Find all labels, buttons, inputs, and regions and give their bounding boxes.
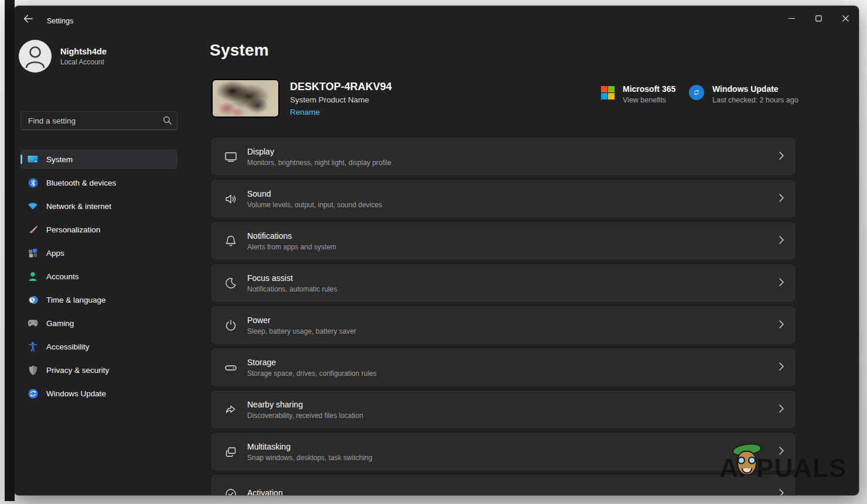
sidebar-item-accessibility[interactable]: Accessibility [21,337,178,356]
rename-link[interactable]: Rename [290,108,320,116]
card-title: Activation [247,488,283,496]
accounts-icon [28,271,38,282]
profile-name: Nightsh4de [60,47,107,56]
sidebar-item-bluetooth-devices[interactable]: Bluetooth & devices [21,173,178,193]
sound-icon [224,192,238,206]
sidebar-item-time-language[interactable]: Time & language [21,290,178,310]
card-activation[interactable]: Activation [211,475,795,495]
sidebar-item-network-internet[interactable]: Network & internet [21,196,178,216]
selected-indicator [21,155,22,164]
chevron-right-icon [779,278,784,289]
shield-icon [28,365,38,375]
power-icon [224,318,238,332]
settings-window: Settings Nightsh4de Local Acc [14,6,859,495]
card-title: Multitasking [247,442,372,451]
window-controls [778,6,859,30]
maximize-button[interactable] [805,6,832,30]
sidebar-item-windows-update[interactable]: Windows Update [21,383,178,403]
sidebar-item-label: System [46,155,73,164]
sidebar-item-label: Accessibility [46,342,90,351]
card-title: Storage [247,358,377,367]
chevron-right-icon [779,489,784,496]
card-title: Nearby sharing [247,400,363,409]
card-subtitle: Sleep, battery usage, battery saver [247,327,356,335]
card-title: Power [247,316,356,325]
chevron-right-icon [779,236,784,246]
share-icon [224,403,238,417]
sidebar-item-apps[interactable]: Apps [21,243,178,263]
card-notifications[interactable]: Notifications Alerts from apps and syste… [211,222,795,259]
card-subtitle: Discoverability, received files location [247,412,363,420]
bell-icon [224,234,238,248]
search-input[interactable] [21,111,178,130]
card-subtitle: Alerts from apps and system [247,243,336,251]
device-product-name: System Product Name [290,95,369,104]
page-title: System [210,41,269,60]
minimize-button[interactable] [778,6,805,30]
card-subtitle: Notifications, automatic rules [247,285,337,293]
back-button[interactable] [18,11,39,29]
gamepad-icon [28,318,38,328]
card-sound[interactable]: Sound Volume levels, output, input, soun… [211,180,795,217]
display-icon [224,150,238,164]
card-title: Display [247,147,391,156]
device-name: DESKTOP-4RAKV94 [290,81,392,93]
app-title: Settings [47,17,73,25]
windows-update-block[interactable]: Windows Update Last checked: 2 hours ago [689,84,798,104]
main-content: System DESKTOP-4RAKV94 System Product Na… [196,34,859,495]
sidebar: Nightsh4de Local Account System [14,34,190,495]
brush-icon [28,224,38,235]
sidebar-item-label: Gaming [46,319,74,328]
chevron-right-icon [779,447,784,457]
card-focus-assist[interactable]: Focus assist Notifications, automatic ru… [211,265,795,301]
card-title: Sound [247,189,382,198]
chevron-right-icon [779,320,784,331]
multitasking-windows-icon [224,445,238,459]
close-button[interactable] [832,6,859,30]
sidebar-item-gaming[interactable]: Gaming [21,313,178,333]
card-subtitle: Volume levels, output, input, sound devi… [247,201,382,209]
card-subtitle: Storage space, drives, configuration rul… [247,369,377,378]
sidebar-item-label: Bluetooth & devices [46,179,116,187]
sidebar-item-accounts[interactable]: Accounts [21,266,178,286]
sidebar-item-privacy-security[interactable]: Privacy & security [21,360,178,380]
sidebar-nav: System Bluetooth & devices Network & int… [21,149,178,403]
device-header: DESKTOP-4RAKV94 System Product Name Rena… [211,79,847,118]
card-storage[interactable]: Storage Storage space, drives, configura… [211,349,795,386]
card-nearby-sharing[interactable]: Nearby sharing Discoverability, received… [211,391,795,428]
card-title: Notifications [247,231,336,241]
sidebar-item-label: Windows Update [46,389,106,398]
profile-type: Local Account [60,58,107,66]
storage-drive-icon [224,361,238,375]
sync-icon [689,85,704,100]
system-icon [28,154,38,164]
card-title: Focus assist [247,273,337,283]
ms365-subtitle[interactable]: View benefits [623,96,675,104]
sidebar-item-label: Accounts [46,272,79,281]
apps-icon [28,248,38,258]
chevron-right-icon [779,404,784,415]
sidebar-item-personalization[interactable]: Personalization [21,220,178,239]
ms365-title: Microsoft 365 [623,84,675,94]
windows-update-icon [28,388,38,399]
search-icon [163,116,172,127]
check-circle-icon [224,487,238,496]
titlebar: Settings [14,6,859,34]
background-window-edge [5,0,15,501]
sidebar-item-label: Time & language [46,296,106,304]
card-display[interactable]: Display Monitors, brightness, night ligh… [211,138,795,175]
card-power[interactable]: Power Sleep, battery usage, battery save… [211,307,795,344]
microsoft-365-block[interactable]: Microsoft 365 View benefits [601,84,675,104]
sidebar-item-system[interactable]: System [21,149,178,169]
sidebar-item-label: Personalization [46,225,100,234]
bluetooth-icon [28,177,38,188]
settings-list: Display Monitors, brightness, night ligh… [211,138,795,495]
card-multitasking[interactable]: Multitasking Snap windows, desktops, tas… [211,433,795,470]
profile[interactable]: Nightsh4de Local Account [19,40,107,73]
search-box [21,111,178,130]
avatar [19,40,52,73]
chevron-right-icon [779,152,784,162]
sidebar-item-label: Privacy & security [46,366,109,375]
windows-update-status: Last checked: 2 hours ago [712,96,798,104]
card-subtitle: Monitors, brightness, night light, displ… [247,159,391,167]
